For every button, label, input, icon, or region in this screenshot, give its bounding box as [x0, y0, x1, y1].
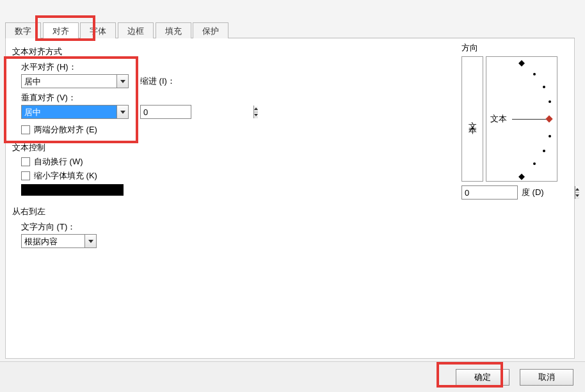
- section-title-orientation: 方向: [461, 42, 565, 54]
- dropdown-arrow-icon: [116, 106, 128, 118]
- shrink-to-fit-label: 缩小字体填充 (K): [34, 170, 97, 182]
- orientation-dial[interactable]: 文本: [486, 56, 557, 182]
- dropdown-arrow-icon: [84, 235, 96, 247]
- tab-font[interactable]: 字体: [80, 22, 116, 40]
- orientation-dial-needle: [512, 119, 548, 120]
- horizontal-align-value: 居中: [22, 75, 116, 88]
- vertical-align-combo[interactable]: 居中: [21, 105, 129, 119]
- degree-value[interactable]: [462, 186, 575, 199]
- orientation-group: 方向 文本 文本: [461, 42, 565, 202]
- tabstrip: 数字 对齐 字体 边框 填充 保护: [5, 22, 575, 38]
- horizontal-align-combo[interactable]: 居中: [21, 74, 129, 88]
- wrap-text-label: 自动换行 (W): [34, 156, 83, 168]
- degree-spinner[interactable]: [461, 185, 518, 200]
- text-direction-value: 根据内容: [22, 235, 84, 247]
- spinner-buttons[interactable]: [253, 106, 258, 118]
- spinner-buttons[interactable]: [575, 186, 579, 199]
- dialog-footer: 确定 取消: [0, 361, 585, 392]
- tab-protect[interactable]: 保护: [193, 22, 228, 40]
- orientation-dial-handle[interactable]: [545, 115, 552, 122]
- indent-spinner[interactable]: [140, 105, 191, 119]
- spinner-down-icon[interactable]: [575, 193, 579, 200]
- rtl-group: 文字方向 (T)： 根据内容: [21, 221, 568, 248]
- checkbox-icon: [21, 171, 30, 180]
- indent-value[interactable]: [141, 106, 253, 118]
- vertical-align-value: 居中: [22, 106, 116, 118]
- orientation-dial-label: 文本: [490, 113, 507, 125]
- degree-suffix-label: 度 (D): [522, 187, 544, 198]
- text-direction-combo[interactable]: 根据内容: [21, 234, 97, 248]
- spinner-up-icon[interactable]: [575, 186, 579, 193]
- justify-distributed-label: 两端分散对齐 (E): [34, 124, 97, 136]
- dropdown-arrow-icon: [116, 75, 128, 88]
- section-title-rtl: 从右到左: [12, 206, 568, 217]
- checkbox-icon: [21, 125, 30, 134]
- tab-fill[interactable]: 填充: [156, 22, 191, 40]
- label-indent: 缩进 (I)：: [140, 75, 175, 87]
- spinner-down-icon[interactable]: [254, 113, 258, 119]
- spinner-up-icon[interactable]: [254, 106, 258, 113]
- ok-button[interactable]: 确定: [456, 369, 509, 386]
- tab-content: 文本对齐方式 水平对齐 (H)： 居中 缩进 (I)： 垂直对齐 (V)： 居中: [5, 38, 575, 359]
- format-cells-dialog: 数字 对齐 字体 边框 填充 保护 文本对齐方式 水平对齐 (H)： 居中 缩进…: [0, 0, 585, 392]
- tab-number[interactable]: 数字: [5, 22, 41, 40]
- redacted-row: [21, 184, 124, 196]
- cancel-button[interactable]: 取消: [520, 369, 573, 386]
- tab-align[interactable]: 对齐: [43, 22, 79, 40]
- tab-border[interactable]: 边框: [118, 22, 154, 40]
- orientation-vertical-button[interactable]: 文本: [461, 56, 483, 182]
- label-text-direction: 文字方向 (T)：: [21, 221, 568, 233]
- checkbox-icon: [21, 157, 30, 166]
